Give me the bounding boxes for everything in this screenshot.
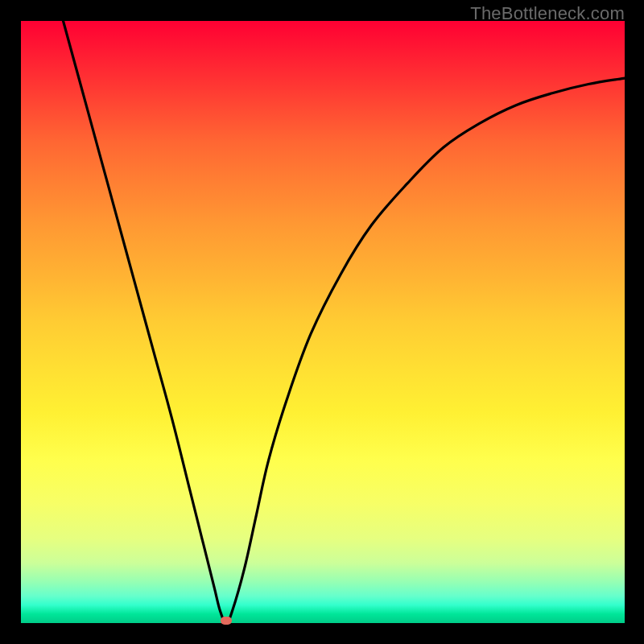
watermark-text: TheBottleneck.com xyxy=(470,3,625,24)
outer-frame: TheBottleneck.com xyxy=(0,0,644,644)
bottleneck-curve xyxy=(64,21,625,623)
plot-area xyxy=(21,21,625,623)
curve-layer xyxy=(21,21,625,623)
minimum-marker xyxy=(221,617,232,625)
